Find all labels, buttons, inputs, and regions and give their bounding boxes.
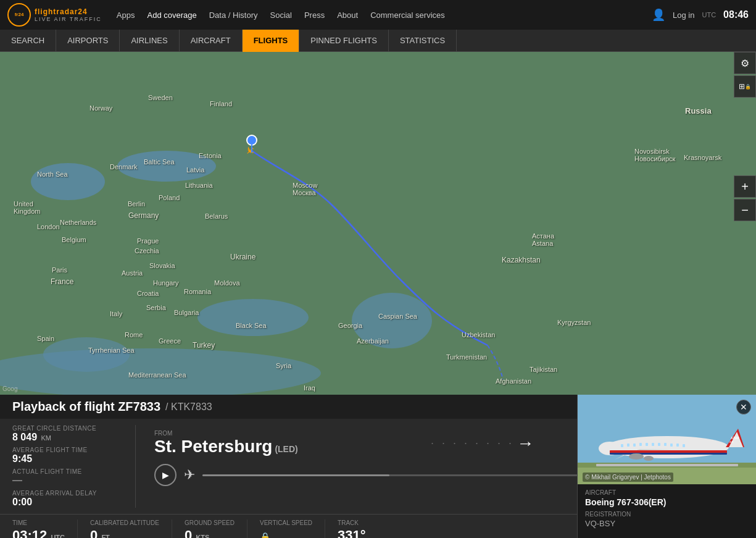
flight-title: Playback of flight ZF7833 [12,400,160,414]
plane-photo: AZUR AIR © Mikhail Grigoryev | Jetphotos [578,395,756,484]
flight-callsign: / KTK7833 [165,401,212,413]
avg-arrival-value: 0:00 [12,497,123,508]
utc-time: 08:46 [723,9,749,20]
close-photo-button[interactable]: ✕ [736,400,751,414]
nav-social[interactable]: Social [270,11,291,20]
plane-info: AIRCRAFT Boeing 767-306(ER) REGISTRATION… [578,484,756,538]
avg-flight-label: AVERAGE FLIGHT TIME [12,447,123,453]
svg-point-3 [197,299,309,336]
svg-rect-26 [664,443,667,446]
map-area[interactable]: ✈ Norway Sweden Finland Russia UnitedKin… [0,52,756,395]
logo-area[interactable]: fr24 flightradar24 LIVE AIR TRAFFIC [7,3,102,27]
svg-text:AIR: AIR [729,440,734,443]
top-nav-links: Apps Add coverage Data / History Social … [117,11,652,20]
secondary-navigation: SEARCH AIRPORTS AIRLINES AIRCRAFT FLIGHT… [0,30,756,52]
plane-photo-svg: AZUR AIR [578,395,756,484]
svg-point-6 [43,337,130,372]
top-nav-right: 👤 Log in UTC 08:46 [652,8,749,22]
svg-point-35 [644,456,654,461]
nav-apps[interactable]: Apps [117,11,135,20]
svg-point-34 [629,453,644,460]
svg-rect-31 [610,453,727,455]
svg-text:AZUR: AZUR [731,436,739,440]
great-circle-label: GREAT CIRCLE DISTANCE [12,425,123,432]
registration-value: VQ-BSY [585,519,749,528]
bottom-panel: Playback of flight ZF7833 / KTK7833 GREA… [0,395,756,538]
time-stat: TIME 03:12 UTC [12,519,78,538]
svg-point-4 [352,293,432,348]
great-circle-value: 8 049 KM [12,432,123,443]
zoom-out-button[interactable]: − [734,199,756,221]
nav-press[interactable]: Press [304,11,325,20]
login-link[interactable]: Log in [673,11,694,20]
svg-rect-27 [670,443,673,447]
nav-flights[interactable]: FLIGHTS [243,30,300,52]
actual-flight-label: ACTUAL FLIGHT TIME [12,468,123,475]
route-arrow: · · · · · · · · → [431,434,534,453]
svg-rect-23 [646,443,648,446]
arrow-icon: → [517,434,534,453]
progress-bar-fill [202,474,389,476]
left-stats: GREAT CIRCLE DISTANCE 8 049 KM AVERAGE F… [0,425,136,508]
route-from: FROM St. Petersburg(LED) [154,430,298,456]
photo-panel: ✕ [577,395,756,538]
speed-stat: GROUND SPEED 0 KTS [185,519,247,538]
avg-flight-value: 9:45 [12,453,123,464]
registration-label: REGISTRATION [585,511,749,518]
nav-data-history[interactable]: Data / History [209,11,258,20]
lock-icon: 🔒 [260,532,270,538]
nav-aircraft[interactable]: AIRCRAFT [180,30,243,52]
play-button[interactable]: ▶ [154,464,177,486]
svg-point-2 [117,151,216,182]
nav-commercial[interactable]: Commercial services [370,11,445,20]
plane-icon: ✈ [184,467,195,483]
nav-statistics[interactable]: STATISTICS [389,30,457,52]
svg-rect-24 [652,443,654,446]
svg-point-1 [31,163,105,200]
time-value: 03:12 UTC [12,527,65,538]
photo-credit: © Mikhail Grigoryev | Jetphotos [583,473,673,482]
nav-add-coverage[interactable]: Add coverage [147,11,197,20]
vspeed-stat: VERTICAL SPEED 🔒 [260,519,325,538]
map-controls: ⚙ ⊞🔒 [734,52,756,99]
svg-rect-25 [658,443,660,446]
avg-arrival-label: AVERAGE ARRIVAL DELAY [12,490,123,497]
avg-arrival-stat: AVERAGE ARRIVAL DELAY 0:00 [12,490,123,508]
svg-rect-13 [596,464,738,466]
from-label: FROM [154,430,298,437]
zoom-in-button[interactable]: + [734,175,756,198]
altitude-value: 0 FT [90,527,159,538]
altitude-label: CALIBRATED ALTITUDE [90,519,159,526]
logo-text: flightradar24 [35,7,102,16]
logo-icon: fr24 [7,3,31,27]
top-navigation: fr24 flightradar24 LIVE AIR TRAFFIC Apps… [0,0,756,30]
svg-rect-21 [633,443,636,447]
great-circle-stat: GREAT CIRCLE DISTANCE 8 049 KM [12,425,123,443]
svg-point-8 [247,135,257,145]
vspeed-label: VERTICAL SPEED [260,519,312,526]
actual-flight-stat: ACTUAL FLIGHT TIME — [12,468,123,486]
nav-airlines[interactable]: AIRLINES [120,30,179,52]
settings-button[interactable]: ⚙ [734,52,756,74]
user-icon[interactable]: 👤 [652,8,665,22]
nav-search[interactable]: SEARCH [0,30,56,52]
nav-airports[interactable]: AIRPORTS [56,30,120,52]
actual-flight-value: — [12,475,123,486]
track-stat: TRACK 331° [338,519,378,538]
track-label: TRACK [338,519,366,526]
utc-label: UTC [702,11,716,19]
svg-rect-19 [621,444,623,447]
nav-pinned-flights[interactable]: PINNED FLIGHTS [299,30,389,52]
nav-about[interactable]: About [337,11,358,20]
svg-rect-22 [639,443,642,446]
flight-path-svg: ✈ [0,52,756,395]
vspeed-value: 🔒 [260,527,312,538]
speed-label: GROUND SPEED [185,519,235,526]
speed-value: 0 KTS [185,527,235,538]
logo-sub: LIVE AIR TRAFFIC [35,16,102,22]
svg-rect-28 [676,443,679,447]
layers-button[interactable]: ⊞🔒 [734,75,756,98]
from-city: St. Petersburg(LED) [154,437,298,456]
aircraft-label: AIRCRAFT [585,489,749,496]
track-value: 331° [338,527,366,538]
